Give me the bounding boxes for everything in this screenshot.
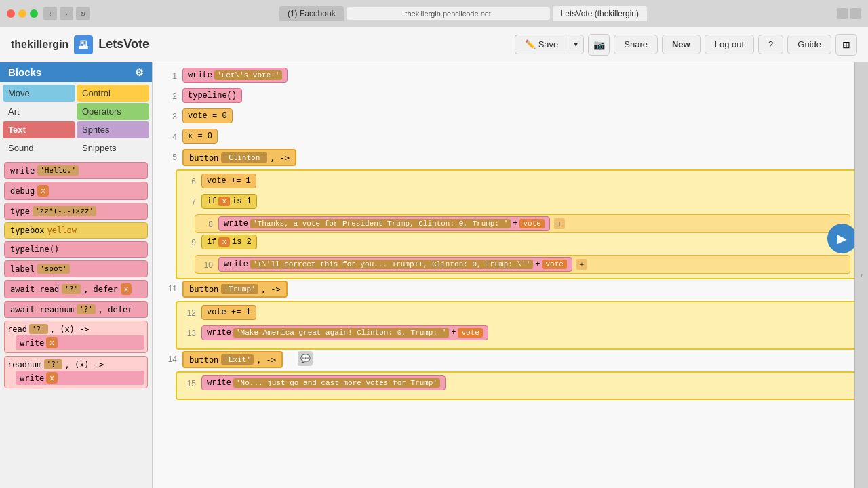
sidebar-header: Blocks ⚙	[0, 62, 152, 82]
window-action-buttons	[837, 8, 861, 19]
play-button[interactable]: ▶	[827, 224, 857, 253]
header-buttons: ✏️ Save ▼ 📷 Share New Log out ? Guide ⊞	[515, 34, 857, 56]
expand-btn-8[interactable]: +	[554, 218, 565, 229]
save-dropdown-button[interactable]: ▼	[568, 35, 584, 54]
camera-button[interactable]: 📷	[588, 34, 610, 56]
code-line-11: 11 button 'Trump', ->	[163, 281, 857, 300]
code-line-7: 7 if x is 1	[182, 194, 850, 213]
cat-snippets[interactable]: Snippets	[77, 140, 149, 157]
sidebar-blocks: write 'Hello.' debug x type 'zz*(-.-)×zz…	[0, 159, 152, 391]
block-clinton-body: 6 vote += 1 7 if x is 1 8 write '	[176, 169, 857, 279]
block-write-13[interactable]: write 'Make America great again! Clinton…	[201, 325, 488, 340]
block-await-readnum[interactable]: await readnum '?' , defer	[4, 301, 148, 318]
code-line-10: 10 write 'I\'ll correct this for you... …	[195, 255, 850, 274]
forward-button[interactable]: ›	[60, 7, 73, 20]
maximize-dot[interactable]	[30, 9, 38, 18]
block-label[interactable]: label 'spot'	[4, 260, 148, 277]
block-vote-inc-12[interactable]: vote += 1	[201, 305, 256, 320]
code-line-12: 12 vote += 1	[182, 305, 850, 324]
sidebar-categories: Move Control Art Operators Text Sprites …	[0, 82, 152, 159]
browser-tabs: (1) Facebook thekillergin.pencilcode.net…	[95, 6, 831, 21]
tab-facebook[interactable]: (1) Facebook	[279, 6, 344, 21]
code-line-8: 8 write 'Thanks, a vote for President Tr…	[195, 214, 850, 233]
save-button[interactable]: ✏️ Save	[515, 35, 568, 54]
code-line-3: 3 vote = 0	[163, 108, 857, 127]
close-dot[interactable]	[7, 9, 15, 18]
cat-operators[interactable]: Operators	[77, 103, 149, 120]
chat-icon[interactable]: 💬	[298, 351, 313, 366]
app-logo-icon: 🗳	[74, 35, 93, 54]
code-line-13: 13 write 'Make America great again! Clin…	[182, 325, 850, 344]
username-label: thekillergin	[11, 39, 68, 51]
block-write-1[interactable]: write 'Let\'s vote:'	[182, 68, 288, 83]
browser-bar: ‹ › ↻ (1) Facebook thekillergin.pencilco…	[0, 0, 868, 27]
address-bar[interactable]: thekillergin.pencilcode.net	[347, 7, 550, 20]
code-content: 1 write 'Let\'s vote:' 2 typeline() 3 vo…	[153, 62, 868, 407]
block-typeline[interactable]: typeline()	[4, 241, 148, 258]
expand-btn-10[interactable]: +	[576, 259, 587, 270]
win-close[interactable]	[850, 8, 861, 19]
code-line-2: 2 typeline()	[163, 88, 857, 107]
tab-letsvote[interactable]: LetsVote (thekillergin)	[553, 6, 647, 21]
new-button[interactable]: New	[662, 35, 701, 54]
block-if-9[interactable]: if x is 2	[201, 235, 257, 249]
cat-sprites[interactable]: Sprites	[77, 121, 149, 138]
code-line-14: 14 button 'Exit', ->	[163, 351, 857, 370]
block-readnum-group[interactable]: readnum '?' , (x) -> write x	[4, 356, 148, 388]
share-button[interactable]: Share	[614, 35, 658, 54]
block-await-read[interactable]: await read '?' , defer x	[4, 280, 148, 298]
logout-button[interactable]: Log out	[705, 35, 754, 54]
block-write-8[interactable]: write 'Thanks, a vote for President Trum…	[218, 216, 550, 231]
block-button-clinton[interactable]: button 'Clinton', ->	[182, 149, 296, 166]
back-button[interactable]: ‹	[43, 7, 57, 20]
block-typebox[interactable]: typebox yellow	[4, 222, 148, 239]
side-toggle[interactable]: ‹	[854, 62, 868, 488]
layout-button[interactable]: ⊞	[835, 34, 857, 56]
cat-sound[interactable]: Sound	[3, 140, 75, 157]
app-logo-area: thekillergin 🗳 LetsVote	[11, 35, 507, 54]
block-type[interactable]: type 'zz*(-.-)×zz'	[4, 203, 148, 220]
block-vote-inc-6[interactable]: vote += 1	[201, 174, 256, 188]
code-line-4: 4 x = 0	[163, 129, 857, 148]
sidebar-title: Blocks	[8, 66, 41, 78]
code-area: 1 write 'Let\'s vote:' 2 typeline() 3 vo…	[153, 62, 868, 488]
code-line-6: 6 vote += 1	[182, 174, 850, 192]
block-read-group[interactable]: read '?' , (x) -> write x	[4, 321, 148, 353]
block-write-15[interactable]: write 'No... just go and cast more votes…	[201, 375, 446, 390]
block-vote-3[interactable]: vote = 0	[182, 108, 233, 123]
code-line-5: 5 button 'Clinton', ->	[163, 149, 857, 168]
window-controls	[7, 9, 38, 18]
app-title: LetsVote	[98, 37, 149, 52]
minimize-dot[interactable]	[18, 9, 26, 18]
settings-icon[interactable]: ⚙	[135, 67, 144, 78]
app-header: thekillergin 🗳 LetsVote ✏️ Save ▼ 📷 Shar…	[0, 27, 868, 62]
block-debug[interactable]: debug x	[4, 182, 148, 200]
main-layout: Blocks ⚙ Move Control Art Operators Text…	[0, 62, 868, 488]
cat-control[interactable]: Control	[77, 85, 149, 102]
save-group: ✏️ Save ▼	[515, 35, 584, 54]
browser-nav: ‹ › ↻	[43, 7, 90, 20]
help-button[interactable]: ?	[758, 35, 783, 54]
block-button-exit[interactable]: button 'Exit', ->	[182, 351, 283, 368]
code-line-9: 9 if x is 2	[182, 235, 850, 253]
block-if-7[interactable]: if x is 1	[201, 194, 257, 209]
cat-text[interactable]: Text	[3, 121, 75, 138]
code-line-1: 1 write 'Let\'s vote:'	[163, 68, 857, 87]
guide-button[interactable]: Guide	[787, 35, 831, 54]
cat-move[interactable]: Move	[3, 85, 75, 102]
block-trump-body: 12 vote += 1 13 write 'Make America grea…	[176, 301, 857, 350]
sidebar: Blocks ⚙ Move Control Art Operators Text…	[0, 62, 153, 488]
block-button-trump[interactable]: button 'Trump', ->	[182, 281, 288, 298]
block-typeline-2[interactable]: typeline()	[182, 88, 242, 103]
cat-art[interactable]: Art	[3, 103, 75, 120]
win-minimize[interactable]	[837, 8, 848, 19]
block-write-hello[interactable]: write 'Hello.'	[4, 162, 148, 179]
block-exit-body: 15 write 'No... just go and cast more vo…	[176, 371, 857, 400]
block-write-10[interactable]: write 'I\'ll correct this for you... Tru…	[218, 257, 572, 272]
refresh-button[interactable]: ↻	[76, 7, 90, 20]
code-line-15: 15 write 'No... just go and cast more vo…	[182, 375, 850, 394]
block-x-4[interactable]: x = 0	[182, 129, 218, 144]
